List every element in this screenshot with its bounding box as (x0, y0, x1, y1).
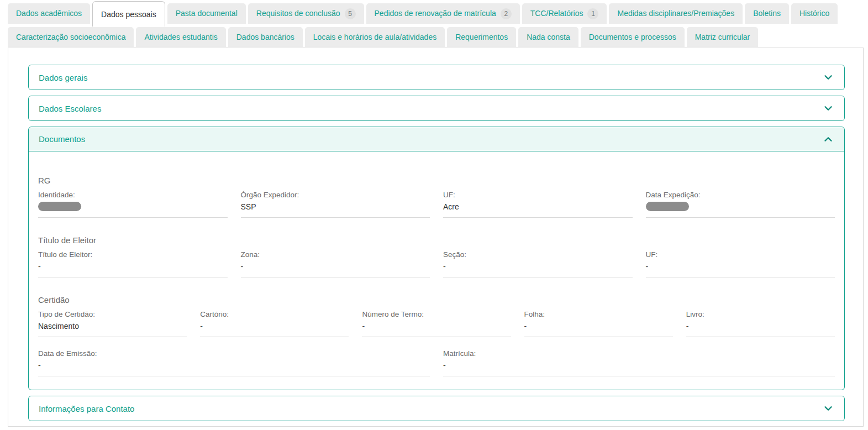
tab-label: Dados pessoais (101, 2, 156, 27)
field-cartorio: Cartório: - (200, 307, 349, 337)
field-folha: Folha: - (524, 307, 673, 337)
field-secao: Seção: - (443, 247, 633, 277)
documentos-body: RG Identidade: Órgão Expedidor: SSP UF: … (29, 151, 844, 390)
field-data-de-emissao: Data de Emissão: - (38, 346, 430, 376)
accordion-informacoes-contato: Informações para Contato (28, 396, 845, 421)
section-titulo-eleitor: Título de Eleitor Título de Eleitor: - Z… (38, 235, 835, 277)
tab-bar-secondary: Caracterização socioeconômica Atividades… (0, 27, 868, 48)
tab-dados-bancarios[interactable]: Dados bancários (228, 27, 303, 47)
tab-requisitos-de-conclusao[interactable]: Requisitos de conclusão5 (248, 3, 364, 24)
accordion-header-informacoes-contato[interactable]: Informações para Contato (29, 396, 844, 421)
tab-matriz-curricular[interactable]: Matriz curricular (687, 27, 759, 47)
tab-label: Dados acadêmicos (16, 3, 82, 24)
tab-label: Nada consta (527, 27, 570, 47)
count-badge: 5 (345, 8, 356, 19)
tab-historico[interactable]: Histórico (791, 3, 838, 24)
tab-label: Requisitos de conclusão (256, 3, 340, 24)
accordion-title: Documentos (39, 134, 85, 144)
tab-label: Dados bancários (236, 27, 294, 47)
tab-label: Documentos e processos (589, 27, 676, 47)
accordion-header-documentos[interactable]: Documentos (29, 127, 844, 151)
section-heading: RG (38, 176, 835, 185)
tab-bar-primary: Dados acadêmicos Dados pessoais Pasta do… (0, 0, 868, 27)
accordion-dados-escolares: Dados Escolares (28, 96, 845, 121)
accordion-documentos: Documentos RG Identidade: Órgão Expedido… (28, 127, 845, 390)
section-certidao: Certidão Tipo de Certidão: Nascimento Ca… (38, 295, 835, 376)
tab-boletins[interactable]: Boletins (745, 3, 789, 24)
tab-label: Histórico (799, 3, 829, 24)
tab-label: Matriz curricular (695, 27, 750, 47)
tab-caracterizacao-socioeconomica[interactable]: Caracterização socioeconômica (8, 27, 134, 47)
tab-documentos-e-processos[interactable]: Documentos e processos (581, 27, 685, 47)
tab-label: Pasta documental (176, 3, 238, 24)
field-data-expedicao: Data Expedição: (646, 187, 835, 218)
tab-label: Boletins (753, 3, 781, 24)
chevron-up-icon (822, 133, 834, 145)
tab-requerimentos[interactable]: Requerimentos (447, 27, 516, 47)
accordion-header-dados-gerais[interactable]: Dados gerais (29, 65, 844, 90)
chevron-down-icon (822, 402, 834, 415)
tab-label: Caracterização socioeconômica (16, 27, 125, 47)
tab-label: TCC/Relatórios (530, 3, 583, 24)
tab-pedidos-renovacao-matricula[interactable]: Pedidos de renovação de matrícula2 (366, 3, 520, 24)
field-titulo-eleitor: Título de Eleitor: - (38, 247, 228, 277)
field-uf-rg: UF: Acre (443, 187, 633, 218)
tab-tcc-relatorios[interactable]: TCC/Relatórios1 (522, 3, 607, 24)
count-badge: 1 (587, 8, 598, 19)
redacted-value (38, 202, 81, 211)
section-heading: Título de Eleitor (38, 235, 835, 245)
section-rg: RG Identidade: Órgão Expedidor: SSP UF: … (38, 176, 835, 218)
tab-content-panel: Dados gerais Dados Escolares Documentos … (8, 48, 864, 427)
accordion-dados-gerais: Dados gerais (28, 65, 845, 90)
tab-dados-pessoais[interactable]: Dados pessoais (92, 1, 165, 27)
field-matricula: Matrícula: - (443, 346, 835, 376)
tab-locais-horarios[interactable]: Locais e horários de aula/atividades (305, 27, 445, 47)
tab-label: Requerimentos (455, 27, 508, 47)
count-badge: 2 (501, 8, 512, 19)
chevron-down-icon (822, 102, 834, 114)
tab-label: Medidas disciplinares/Premiações (617, 3, 734, 24)
tab-atividades-estudantis[interactable]: Atividades estudantis (136, 27, 225, 47)
field-identidade: Identidade: (38, 187, 228, 218)
section-heading: Certidão (38, 295, 835, 305)
accordion-title: Dados Escolares (39, 104, 101, 113)
tab-medidas-disciplinares[interactable]: Medidas disciplinares/Premiações (609, 3, 743, 24)
tab-dados-academicos[interactable]: Dados acadêmicos (8, 3, 90, 24)
chevron-down-icon (822, 71, 834, 83)
field-uf-titulo: UF: - (646, 247, 835, 277)
field-zona: Zona: - (241, 247, 430, 277)
tab-label: Locais e horários de aula/atividades (313, 27, 436, 47)
field-tipo-certidao: Tipo de Certidão: Nascimento (38, 307, 187, 337)
accordion-title: Informações para Contato (39, 404, 134, 413)
tab-label: Atividades estudantis (144, 27, 217, 47)
field-livro: Livro: - (686, 307, 835, 337)
tab-nada-consta[interactable]: Nada consta (518, 27, 578, 47)
tab-pasta-documental[interactable]: Pasta documental (167, 3, 246, 24)
field-numero-de-termo: Número de Termo: - (362, 307, 511, 337)
tab-label: Pedidos de renovação de matrícula (375, 3, 496, 24)
accordion-header-dados-escolares[interactable]: Dados Escolares (29, 96, 844, 120)
accordion-title: Dados gerais (39, 73, 87, 82)
field-orgao-expedidor: Órgão Expedidor: SSP (241, 187, 430, 218)
redacted-value (646, 202, 689, 211)
